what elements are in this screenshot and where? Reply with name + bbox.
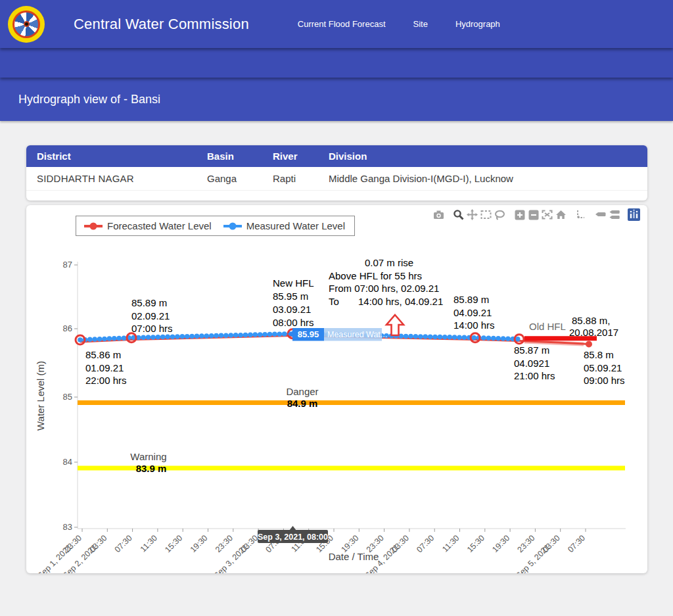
annotation-p5-time: 09:00 hrs (584, 375, 625, 386)
old-hfl-value-2: 20.08.2017 (569, 327, 618, 338)
x-tick: 11:30 (139, 533, 159, 554)
station-table-row: SIDDHARTH NAGAR Ganga Rapti Middle Ganga… (26, 167, 647, 191)
annotation-p5-date: 05.09.21 (584, 362, 622, 373)
annotation-new-hfl-date: 03.09.21 (273, 304, 311, 315)
home-icon[interactable] (554, 208, 568, 221)
cell-river: Rapti (262, 167, 318, 191)
x-tick: 23:30 (214, 533, 235, 554)
zoom-icon[interactable] (452, 208, 465, 221)
x-tick: 07:30 (566, 533, 587, 554)
x-tick: 19:30 (189, 533, 210, 554)
hover-series-name: Measured Wat... (327, 330, 387, 339)
annotation-new-hfl-value: 85.95 m (273, 291, 308, 302)
annotation-p2-value: 85.89 m (131, 297, 167, 308)
y-tick-85: 85 (63, 392, 72, 402)
box-select-icon[interactable] (479, 208, 493, 221)
legend-item-measured[interactable]: Measured Water Level (222, 220, 345, 231)
annotation-p1-time: 22:00 hrs (85, 375, 127, 386)
zoom-in-icon[interactable] (513, 208, 526, 221)
annotation-p3-date: 04.09.21 (453, 307, 492, 318)
danger-value: 84.9 m (287, 398, 318, 409)
cell-district: SIDDHARTH NAGAR (26, 167, 197, 191)
lasso-select-icon[interactable] (493, 208, 507, 221)
x-tick: 07:30 (113, 533, 134, 554)
x-tick-marks (82, 529, 586, 532)
y-tick-86: 86 (63, 323, 72, 333)
annotation-rise-l1: 0.07 m rise (365, 257, 413, 268)
forecast-band (524, 342, 584, 344)
toggle-spikelines-icon[interactable] (574, 208, 588, 221)
app-header: Central Water Commission Current Flood F… (0, 0, 673, 48)
annotation-new-hfl-time: 08:00 hrs (273, 317, 314, 328)
hydrograph-chart-card: Forecasted Water Level Measured Water Le… (26, 205, 647, 573)
nav-current-flood-forecast[interactable]: Current Flood Forecast (298, 19, 386, 29)
page-title: Hydrograph view of - Bansi (0, 93, 160, 107)
warning-label: Warning (130, 451, 166, 462)
warning-value: 83.9 m (136, 463, 167, 474)
col-header-district: District (26, 145, 197, 167)
col-header-basin: Basin (197, 145, 262, 167)
annotation-p4-value: 85.87 m (514, 344, 549, 356)
nav-site[interactable]: Site (413, 19, 428, 29)
annotation-p1-date: 01.09.21 (85, 362, 124, 373)
annotation-p4-date: 04.0921 (514, 358, 549, 369)
legend-label-measured: Measured Water Level (246, 220, 345, 231)
x-tick: 11:30 (440, 533, 461, 554)
plotly-modebar (426, 208, 641, 221)
annotation-rise-l3: From 07:00 hrs, 02.09.21 (329, 283, 439, 294)
old-hfl-value-1: 85.88 m, (572, 315, 610, 326)
y-tick-84: 84 (63, 457, 72, 467)
cell-basin: Ganga (197, 167, 262, 191)
annotation-p5-value: 85.8 m (584, 349, 614, 360)
station-table-header-row: District Basin River Division (26, 145, 647, 167)
autoscale-icon[interactable] (540, 208, 554, 221)
cell-division: Middle Ganga Division-I(MGD-I), Lucknow (318, 167, 647, 191)
col-header-river: River (262, 145, 318, 167)
annotation-rise-l2: Above HFL for 55 hrs (329, 270, 422, 281)
hydrograph-plot: 87 86 85 84 83 23:30 03:30 07:30 11:30 1… (26, 205, 647, 573)
page-heading-bar: Hydrograph view of - Bansi (0, 78, 673, 121)
x-tooltip-label: Sep 3, 2021, 08:00 (258, 533, 328, 542)
danger-label: Danger (286, 386, 318, 397)
hover-compare-icon[interactable] (607, 208, 621, 221)
pan-icon[interactable] (465, 208, 479, 221)
annotation-rise-l4: To 14:00 hrs, 04.09.21 (329, 296, 443, 307)
annotation-p2-time: 07:00 hrs (131, 323, 173, 334)
zoom-out-icon[interactable] (526, 208, 540, 221)
annotation-p3-value: 85.89 m (453, 294, 489, 305)
annotation-p3-time: 14:00 hrs (453, 320, 495, 331)
x-tick: 15:30 (163, 533, 184, 554)
col-header-division: Division (318, 145, 647, 167)
x-tick: 15:30 (465, 533, 486, 554)
y-axis-title: Water Level (m) (35, 361, 46, 431)
y-tick-83: 83 (63, 522, 72, 532)
measured-line-marker-icon (222, 222, 243, 231)
x-axis-title: Date / Time (329, 551, 379, 562)
annotation-p1-value: 85.86 m (85, 349, 121, 360)
y-tick-87: 87 (63, 260, 72, 270)
cwc-logo[interactable] (8, 6, 45, 43)
annotation-new-hfl-title: New HFL (273, 277, 314, 289)
plotly-logo-icon[interactable] (627, 208, 641, 221)
old-hfl-label: Old HFL (529, 321, 566, 332)
app-title: Central Water Commission (74, 16, 249, 33)
chart-legend: Forecasted Water Level Measured Water Le… (76, 216, 355, 236)
main-nav: Current Flood Forecast Site Hydrograph (270, 19, 500, 29)
annotation-p4-time: 21:00 hrs (514, 370, 555, 381)
hover-value: 85.95 (298, 329, 319, 339)
annotation-p2-date: 02.09.21 (131, 310, 170, 321)
legend-item-forecasted[interactable]: Forecasted Water Level (83, 220, 212, 231)
legend-label-forecasted: Forecasted Water Level (107, 220, 212, 231)
x-tick: 19:30 (490, 533, 511, 554)
x-tick: 07:30 (415, 533, 436, 554)
hover-closest-icon[interactable] (593, 208, 607, 221)
camera-icon[interactable] (432, 208, 446, 221)
forecast-line-marker-icon (83, 222, 104, 231)
station-info-card: District Basin River Division SIDDHARTH … (26, 145, 647, 201)
forecast-end-marker (586, 341, 592, 348)
secondary-bar (0, 48, 673, 78)
y-tick-marks (74, 265, 78, 527)
nav-hydrograph[interactable]: Hydrograph (455, 19, 500, 29)
station-table: District Basin River Division SIDDHARTH … (26, 145, 647, 191)
x-tick: 23:30 (516, 533, 537, 554)
